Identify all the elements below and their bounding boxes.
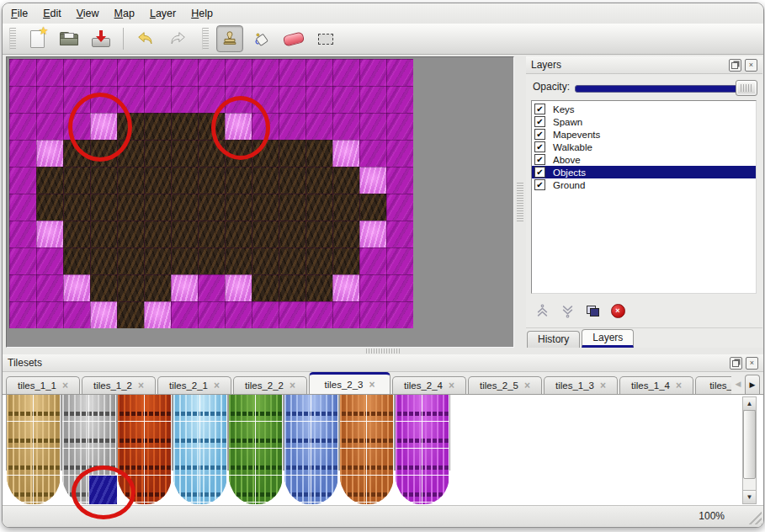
map-tile[interactable]: [359, 301, 386, 328]
map-tile[interactable]: [117, 274, 144, 301]
map-tile[interactable]: [359, 247, 386, 274]
tileset-column-orange[interactable]: [340, 395, 394, 504]
map-tile[interactable]: [359, 86, 386, 113]
map-tile[interactable]: [171, 59, 198, 86]
map-tile[interactable]: [171, 86, 198, 113]
close-tab-icon[interactable]: ×: [138, 380, 144, 391]
tileset-tab-tiles_2_2[interactable]: tiles_2_2×: [233, 376, 307, 394]
map-viewport[interactable]: [6, 56, 514, 348]
map-tile[interactable]: [252, 59, 279, 86]
scrollbar-thumb[interactable]: [743, 410, 756, 479]
map-tile[interactable]: [63, 301, 90, 328]
close-tab-icon[interactable]: ×: [676, 380, 682, 391]
map-tile[interactable]: [305, 194, 332, 221]
close-tab-icon[interactable]: ×: [369, 380, 375, 390]
map-tile[interactable]: [225, 167, 252, 194]
map-tile[interactable]: [171, 301, 198, 328]
map-tile[interactable]: [117, 221, 144, 247]
map-tile[interactable]: [252, 113, 279, 140]
map-tile[interactable]: [90, 59, 117, 86]
close-tab-icon[interactable]: ×: [524, 380, 530, 391]
map-tile[interactable]: [144, 59, 171, 86]
tileset-tab-tiles_1[interactable]: tiles_1_×: [695, 376, 731, 394]
map-tile[interactable]: [359, 113, 386, 140]
map-tile[interactable]: [359, 59, 386, 86]
map-tile[interactable]: [144, 194, 171, 221]
map-tile[interactable]: [144, 221, 171, 247]
map-tile[interactable]: [36, 86, 63, 113]
resize-grip[interactable]: [746, 511, 762, 524]
map-tile[interactable]: [279, 59, 305, 86]
menu-view[interactable]: View: [77, 8, 99, 19]
map-tile[interactable]: [198, 274, 225, 301]
redo-button[interactable]: [164, 25, 191, 52]
close-tab-icon[interactable]: ×: [290, 380, 295, 391]
selected-tile-highlight[interactable]: [89, 476, 117, 504]
map-tile[interactable]: [36, 59, 63, 86]
layer-visible-checkbox[interactable]: ✔: [534, 167, 545, 178]
map-tile[interactable]: [279, 86, 305, 113]
map-tile[interactable]: [36, 221, 63, 247]
map-tile[interactable]: [198, 113, 225, 140]
map-tile[interactable]: [332, 247, 359, 274]
map-tile[interactable]: [279, 274, 305, 301]
map-tile[interactable]: [198, 221, 225, 247]
map-tile[interactable]: [9, 113, 36, 140]
map-tile[interactable]: [144, 167, 171, 194]
map-tile[interactable]: [225, 247, 252, 274]
map-tile[interactable]: [332, 274, 359, 301]
close-panel-icon[interactable]: ×: [745, 59, 757, 72]
map-tile[interactable]: [36, 140, 63, 167]
map-tile[interactable]: [117, 247, 144, 274]
map-tile[interactable]: [36, 167, 63, 194]
scroll-tabs-left-button[interactable]: ◀: [731, 375, 745, 393]
tileset-tab-tiles_1_3[interactable]: tiles_1_3×: [544, 376, 618, 394]
map-tile[interactable]: [332, 113, 359, 140]
map-canvas[interactable]: [9, 59, 413, 328]
map-tile[interactable]: [305, 301, 332, 328]
map-tile[interactable]: [144, 86, 171, 113]
map-tile[interactable]: [36, 247, 63, 274]
map-tile[interactable]: [359, 167, 386, 194]
scroll-up-icon[interactable]: ▲: [743, 397, 756, 411]
layer-row-objects[interactable]: ✔Objects: [532, 166, 756, 178]
tileset-tab-tiles_1_2[interactable]: tiles_1_2×: [82, 376, 156, 394]
map-tile[interactable]: [9, 194, 36, 221]
map-tile[interactable]: [9, 86, 36, 113]
map-tile[interactable]: [117, 301, 144, 328]
map-tile[interactable]: [9, 247, 36, 274]
menu-layer[interactable]: Layer: [150, 8, 176, 19]
fill-tool-button[interactable]: [248, 25, 275, 52]
layer-visible-checkbox[interactable]: ✔: [534, 104, 545, 114]
tileset-column-tan[interactable]: [7, 395, 61, 504]
tileset-tab-tiles_2_5[interactable]: tiles_2_5×: [468, 376, 542, 394]
map-tile[interactable]: [63, 86, 90, 113]
map-tile[interactable]: [90, 167, 117, 194]
map-tile[interactable]: [9, 140, 36, 167]
map-tile[interactable]: [90, 113, 117, 140]
map-tile[interactable]: [90, 86, 117, 113]
map-tile[interactable]: [305, 59, 332, 86]
map-tile[interactable]: [279, 113, 305, 140]
map-tile[interactable]: [198, 301, 225, 328]
map-tile[interactable]: [90, 301, 117, 328]
close-tab-icon[interactable]: ×: [449, 380, 454, 391]
close-tab-icon[interactable]: ×: [600, 380, 606, 391]
map-tile[interactable]: [252, 86, 279, 113]
map-tile[interactable]: [90, 194, 117, 221]
layer-list[interactable]: ✔Keys✔Spawn✔Mapevents✔Walkable✔Above✔Obj…: [531, 100, 757, 294]
map-tile[interactable]: [252, 167, 279, 194]
map-tile[interactable]: [386, 167, 413, 194]
map-tile[interactable]: [198, 194, 225, 221]
map-tile[interactable]: [225, 221, 252, 247]
scroll-down-icon[interactable]: ▼: [743, 490, 756, 503]
map-tile[interactable]: [225, 86, 252, 113]
layer-visible-checkbox[interactable]: ✔: [534, 141, 545, 152]
menu-edit[interactable]: Edit: [43, 8, 61, 19]
map-tile[interactable]: [144, 113, 171, 140]
map-tile[interactable]: [386, 194, 413, 221]
map-tile[interactable]: [9, 59, 36, 86]
open-map-button[interactable]: [56, 25, 82, 52]
map-tile[interactable]: [171, 140, 198, 167]
tileset-tab-tiles_1_1[interactable]: tiles_1_1×: [6, 376, 80, 394]
